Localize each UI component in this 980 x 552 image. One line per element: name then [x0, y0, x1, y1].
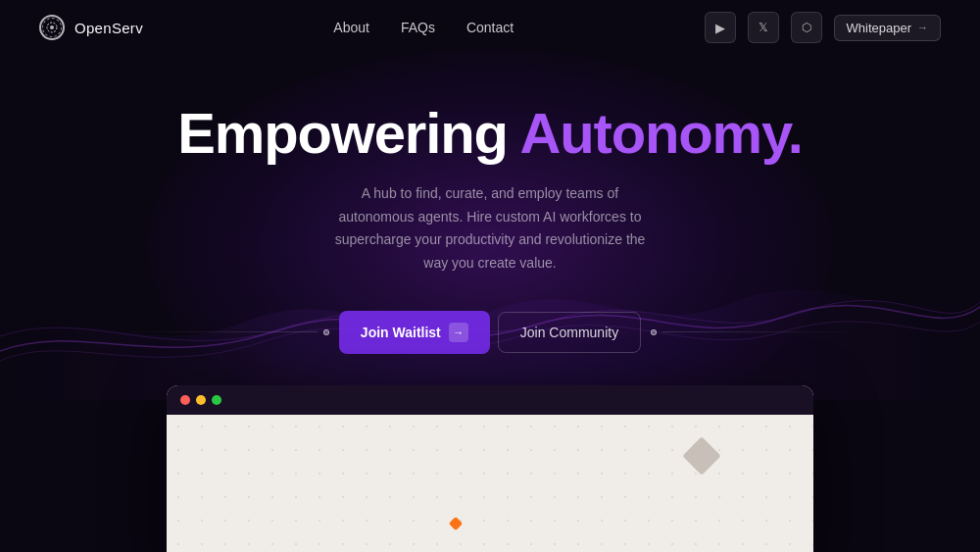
twitter-icon-button[interactable]: 𝕏 — [748, 12, 779, 43]
cta-line-right — [662, 331, 858, 332]
logo-icon — [39, 15, 65, 40]
join-waitlist-button[interactable]: Join Waitlist → — [339, 311, 490, 354]
discord-icon: ⬡ — [802, 21, 811, 34]
svg-point-0 — [47, 23, 57, 32]
traffic-light-red — [180, 395, 190, 405]
app-window-wrapper — [167, 385, 813, 552]
cta-line-left — [122, 331, 318, 332]
hero-title: Empowering Autonomy. — [0, 102, 980, 165]
orange-dot — [449, 517, 463, 530]
traffic-light-green — [212, 395, 221, 405]
diamond-badge — [682, 436, 721, 476]
discord-icon-button[interactable]: ⬡ — [791, 12, 822, 43]
waitlist-arrow-icon: → — [449, 323, 468, 342]
logo-text: OpenServ — [74, 20, 143, 36]
logo[interactable]: OpenServ — [39, 15, 143, 40]
twitter-icon: 𝕏 — [759, 21, 768, 34]
nav-links: About FAQs Contact — [333, 19, 514, 36]
hero-subtitle: A hub to find, curate, and employ teams … — [323, 182, 657, 276]
window-content — [167, 415, 813, 552]
traffic-light-yellow — [196, 395, 206, 405]
video-icon-button[interactable]: ▶ — [705, 12, 736, 43]
nav-faqs[interactable]: FAQs — [401, 20, 435, 35]
nav-contact[interactable]: Contact — [466, 20, 514, 35]
cta-row: Join Waitlist → Join Community — [0, 311, 980, 354]
join-community-button[interactable]: Join Community — [498, 312, 641, 353]
cta-dot-right — [651, 329, 657, 335]
whitepaper-button[interactable]: Whitepaper → — [834, 15, 941, 41]
cta-dot-left — [323, 329, 329, 335]
window-titlebar — [167, 385, 813, 415]
app-window — [167, 385, 813, 552]
whitepaper-arrow-icon: → — [917, 22, 928, 33]
hero-section: Empowering Autonomy. A hub to find, cura… — [0, 55, 980, 354]
svg-point-1 — [50, 25, 54, 29]
nav-right: ▶ 𝕏 ⬡ Whitepaper → — [705, 12, 941, 43]
nav-about[interactable]: About — [333, 20, 369, 35]
video-icon: ▶ — [715, 21, 725, 35]
navbar: OpenServ About FAQs Contact ▶ 𝕏 ⬡ Whitep… — [0, 0, 980, 55]
